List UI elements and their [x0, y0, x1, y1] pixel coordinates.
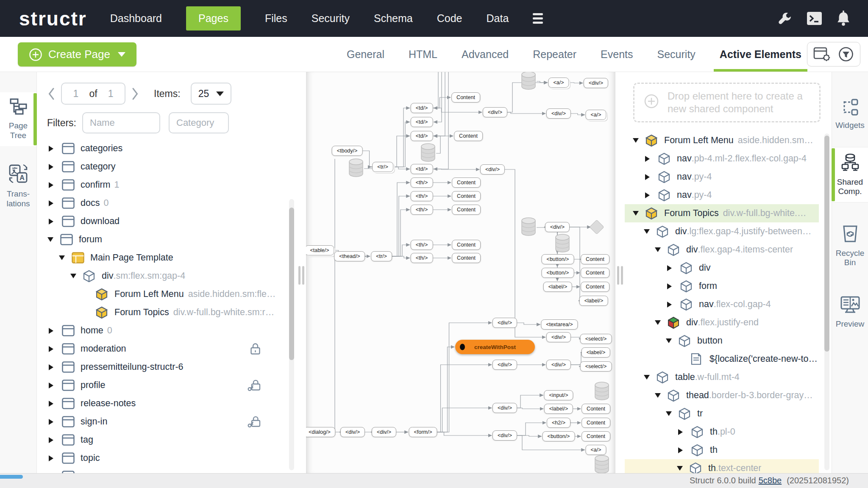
element-node[interactable]: <tr/>: [372, 162, 393, 172]
element-node[interactable]: <button/>: [542, 268, 574, 278]
caret-open-icon[interactable]: [655, 247, 661, 252]
shared-tree-row[interactable]: ${localize('create-new-to…: [625, 350, 819, 368]
caret-closed-icon[interactable]: [645, 156, 650, 162]
caret-closed-icon[interactable]: [49, 383, 53, 388]
element-node[interactable]: <textarea/>: [541, 319, 578, 330]
caret-closed-icon[interactable]: [645, 174, 650, 180]
element-node[interactable]: <div/>: [492, 360, 517, 370]
page-tree-row[interactable]: confirm1: [37, 176, 280, 194]
sidebar-item-page-tree[interactable]: PageTree: [0, 92, 36, 146]
tab-events[interactable]: Events: [601, 37, 633, 72]
panel-splitter[interactable]: [297, 72, 306, 473]
element-node[interactable]: <select/>: [580, 334, 612, 344]
page-indicator[interactable]: 1 of 1: [61, 83, 125, 105]
shared-tree-row[interactable]: nav.pb-4.ml-2.flex.flex-col.gap-4: [625, 150, 819, 168]
caret-closed-icon[interactable]: [678, 429, 683, 435]
shared-tree-row[interactable]: Forum Topicsdiv.w-full.bg-white.…: [625, 204, 819, 222]
shared-tree-row[interactable]: nav.flex-col.gap-4: [625, 295, 819, 313]
element-node[interactable]: <dialog/>: [306, 427, 336, 437]
database-icon[interactable]: [594, 455, 610, 473]
element-node[interactable]: <input/>: [544, 390, 573, 400]
caret-open-icon[interactable]: [633, 138, 639, 143]
element-node[interactable]: <td/>: [411, 131, 433, 141]
element-node[interactable]: <div/>: [492, 403, 517, 413]
caret-closed-icon[interactable]: [667, 265, 672, 271]
more-menu-icon[interactable]: [533, 13, 543, 24]
caret-closed-icon[interactable]: [49, 328, 53, 334]
content-node[interactable]: Content: [454, 131, 483, 141]
shared-tree-row[interactable]: thead.border-b-3.border-gray…: [625, 386, 819, 405]
shared-tree-row[interactable]: nav.py-4: [625, 186, 819, 204]
element-node[interactable]: <thead/>: [334, 251, 365, 261]
menu-files[interactable]: Files: [265, 6, 287, 30]
scrollbar[interactable]: [824, 133, 829, 470]
page-tree-row[interactable]: moderation: [37, 340, 280, 358]
shared-tree-row[interactable]: div.flex.gap-4.items-center: [625, 241, 819, 259]
shared-tree-row[interactable]: nav.py-4: [625, 168, 819, 186]
element-node[interactable]: <label/>: [579, 296, 608, 306]
sidebar-item-widgets[interactable]: Widgets: [832, 93, 868, 136]
caret-closed-icon[interactable]: [645, 192, 650, 198]
caret-open-icon[interactable]: [47, 237, 53, 242]
tab-general[interactable]: General: [347, 37, 384, 72]
lock-icon[interactable]: [250, 342, 261, 355]
caret-closed-icon[interactable]: [49, 146, 53, 152]
element-node[interactable]: <a/>: [548, 78, 569, 88]
element-node[interactable]: <button/>: [542, 254, 574, 264]
page-tree-row[interactable]: forum: [37, 230, 280, 249]
content-node[interactable]: Content: [581, 268, 609, 278]
menu-security[interactable]: Security: [312, 6, 350, 30]
element-node[interactable]: <div/>: [546, 332, 571, 342]
element-node[interactable]: <div/>: [492, 430, 517, 441]
content-node[interactable]: Content: [581, 282, 609, 292]
element-node[interactable]: <th/>: [411, 191, 433, 201]
caret-closed-icon[interactable]: [49, 219, 53, 225]
caret-open-icon[interactable]: [59, 255, 65, 260]
content-node[interactable]: Content: [452, 253, 481, 263]
key-lock-icon[interactable]: [247, 379, 261, 392]
page-tree-row[interactable]: category: [37, 158, 280, 176]
page-tree-row[interactable]: div.sm:flex.sm:gap-4: [37, 267, 280, 285]
element-node[interactable]: <label/>: [543, 282, 572, 292]
database-icon[interactable]: [348, 158, 364, 179]
caret-open-icon[interactable]: [666, 338, 672, 343]
page-tree-row[interactable]: docs0: [37, 194, 280, 212]
element-node[interactable]: <div/>: [372, 427, 396, 437]
content-node[interactable]: Content: [452, 177, 481, 188]
page-tree-row[interactable]: release-notes: [37, 394, 280, 413]
caret-closed-icon[interactable]: [49, 164, 53, 170]
shared-tree-row[interactable]: button: [625, 332, 819, 350]
filter-icon[interactable]: [838, 46, 854, 62]
tab-advanced[interactable]: Advanced: [462, 37, 509, 72]
database-icon[interactable]: [554, 233, 570, 255]
content-node[interactable]: Content: [452, 191, 481, 201]
database-icon[interactable]: [594, 381, 610, 402]
splitter-handle-icon[interactable]: [298, 266, 304, 285]
element-node[interactable]: <th/>: [411, 205, 433, 215]
element-node[interactable]: <td/>: [411, 103, 433, 113]
build-link[interactable]: 5c8be: [759, 476, 782, 485]
caret-open-icon[interactable]: [677, 466, 683, 471]
shared-tree-row[interactable]: table.w-full.mt-4: [625, 368, 819, 386]
flow-action-node[interactable]: createWithPost: [455, 340, 535, 354]
page-structure-canvas[interactable]: <a/><div/>Content<td/><td/><td/>Content<…: [306, 72, 615, 473]
element-node[interactable]: <select/>: [580, 361, 612, 372]
element-node[interactable]: <div/>: [483, 107, 507, 117]
database-icon[interactable]: [520, 72, 537, 92]
element-node[interactable]: <div/>: [340, 427, 365, 437]
element-node[interactable]: <th/>: [411, 240, 433, 250]
element-node[interactable]: <div/>: [546, 108, 571, 119]
element-node[interactable]: <form/>: [409, 427, 437, 437]
menu-schema[interactable]: Schema: [374, 6, 413, 30]
splitter-handle-icon[interactable]: [617, 266, 623, 285]
shared-tree-row[interactable]: div: [625, 259, 819, 277]
shared-tree-row[interactable]: tr: [625, 405, 819, 423]
scrollbar-thumb[interactable]: [824, 136, 829, 352]
page-tree-row[interactable]: categories: [37, 139, 280, 158]
shared-tree-row[interactable]: Forum Left Menuaside.hidden.sm…: [625, 131, 819, 150]
element-node[interactable]: <tr/>: [371, 251, 392, 261]
caret-closed-icon[interactable]: [49, 364, 53, 370]
content-node[interactable]: Content: [581, 431, 610, 441]
wrench-icon[interactable]: [778, 11, 792, 26]
content-node[interactable]: Content: [581, 418, 610, 428]
